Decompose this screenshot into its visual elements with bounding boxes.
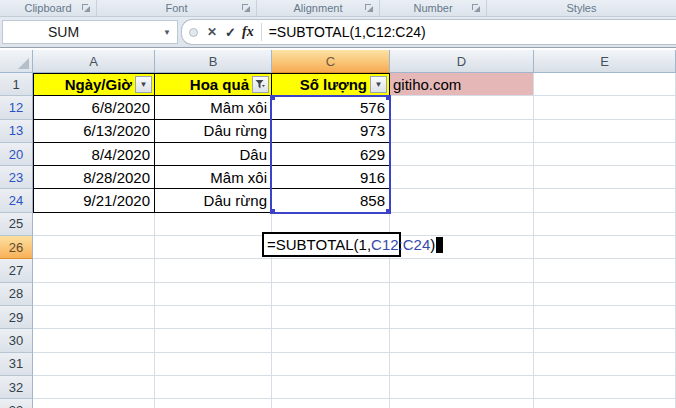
cell-c27[interactable]	[272, 259, 390, 282]
cell-e31[interactable]	[534, 353, 676, 376]
cell-b24[interactable]: Dâu rừng	[155, 189, 272, 212]
cell-a33[interactable]	[33, 399, 155, 408]
select-all-button[interactable]	[0, 50, 33, 73]
cell-b1[interactable]: Hoa quả	[155, 73, 272, 96]
column-header-d[interactable]: D	[390, 50, 534, 73]
cell-e1[interactable]	[534, 73, 676, 96]
cell-d13[interactable]	[390, 120, 534, 143]
cell-e25[interactable]	[534, 213, 676, 236]
row-header-33[interactable]: 33	[0, 399, 33, 408]
cell-e23[interactable]	[534, 166, 676, 189]
cell-b13[interactable]: Dâu rừng	[155, 120, 272, 143]
cell-c31[interactable]	[272, 353, 390, 376]
column-header-b[interactable]: B	[155, 50, 272, 73]
cell-b30[interactable]	[155, 329, 272, 352]
dialog-launcher-icon[interactable]	[365, 4, 374, 13]
cell-d31[interactable]	[390, 353, 534, 376]
cell-e13[interactable]	[534, 120, 676, 143]
row-header-26[interactable]: 26	[0, 236, 33, 259]
cell-e20[interactable]	[534, 143, 676, 166]
cell-e27[interactable]	[534, 259, 676, 282]
cell-a27[interactable]	[33, 259, 155, 282]
cell-d1[interactable]: gitiho.com	[390, 73, 534, 96]
filter-active-button[interactable]	[252, 76, 269, 93]
name-box[interactable]: SUM ▼	[2, 20, 178, 44]
cell-a24[interactable]: 9/21/2020	[33, 189, 155, 212]
row-header-1[interactable]: 1	[0, 73, 33, 96]
cell-e32[interactable]	[534, 376, 676, 399]
cell-e33[interactable]	[534, 399, 676, 408]
cell-c12[interactable]: 576	[272, 96, 390, 119]
cell-d12[interactable]	[390, 96, 534, 119]
row-header-31[interactable]: 31	[0, 353, 33, 376]
cell-c24[interactable]: 858	[272, 189, 390, 212]
cell-e29[interactable]	[534, 306, 676, 329]
row-header-23[interactable]: 23	[0, 166, 33, 189]
cell-b33[interactable]	[155, 399, 272, 408]
row-header-25[interactable]: 25	[0, 213, 33, 236]
dialog-launcher-icon[interactable]	[472, 4, 481, 13]
cell-d20[interactable]	[390, 143, 534, 166]
filter-dropdown-button[interactable]: ▼	[370, 76, 387, 93]
column-header-e[interactable]: E	[534, 50, 676, 73]
cell-a29[interactable]	[33, 306, 155, 329]
filter-dropdown-button[interactable]: ▼	[135, 76, 152, 93]
cell-a30[interactable]	[33, 329, 155, 352]
cell-c13[interactable]: 973	[272, 120, 390, 143]
cell-d28[interactable]	[390, 283, 534, 306]
cell-d29[interactable]	[390, 306, 534, 329]
cell-c30[interactable]	[272, 329, 390, 352]
cell-d24[interactable]	[390, 189, 534, 212]
cell-b26[interactable]	[155, 236, 272, 259]
cell-b27[interactable]	[155, 259, 272, 282]
row-header-20[interactable]: 20	[0, 143, 33, 166]
cell-b31[interactable]	[155, 353, 272, 376]
cell-a23[interactable]: 8/28/2020	[33, 166, 155, 189]
cell-e24[interactable]	[534, 189, 676, 212]
cell-d30[interactable]	[390, 329, 534, 352]
cell-e26[interactable]	[534, 236, 676, 259]
cell-c20[interactable]: 629	[272, 143, 390, 166]
row-header-28[interactable]: 28	[0, 283, 33, 306]
cell-d33[interactable]	[390, 399, 534, 408]
cell-c1[interactable]: Số lượng ▼	[272, 73, 390, 96]
cell-b25[interactable]	[155, 213, 272, 236]
column-header-a[interactable]: A	[33, 50, 155, 73]
row-header-12[interactable]: 12	[0, 96, 33, 119]
cell-a26[interactable]	[33, 236, 155, 259]
row-header-30[interactable]: 30	[0, 329, 33, 352]
cell-e30[interactable]	[534, 329, 676, 352]
cell-c33[interactable]	[272, 399, 390, 408]
cell-c23[interactable]: 916	[272, 166, 390, 189]
insert-function-icon[interactable]: fx	[240, 24, 258, 40]
cell-b20[interactable]: Dâu	[155, 143, 272, 166]
cell-d32[interactable]	[390, 376, 534, 399]
cell-a13[interactable]: 6/13/2020	[33, 120, 155, 143]
row-header-32[interactable]: 32	[0, 376, 33, 399]
cell-d25[interactable]	[390, 213, 534, 236]
cell-a28[interactable]	[33, 283, 155, 306]
cell-e12[interactable]	[534, 96, 676, 119]
cell-b32[interactable]	[155, 376, 272, 399]
cell-b29[interactable]	[155, 306, 272, 329]
enter-button[interactable]: ✓	[221, 25, 240, 40]
row-header-24[interactable]: 24	[0, 189, 33, 212]
cell-b23[interactable]: Mâm xôi	[155, 166, 272, 189]
cell-b28[interactable]	[155, 283, 272, 306]
cell-e28[interactable]	[534, 283, 676, 306]
cell-c28[interactable]	[272, 283, 390, 306]
dialog-launcher-icon[interactable]	[82, 4, 91, 13]
cell-a25[interactable]	[33, 213, 155, 236]
cell-a31[interactable]	[33, 353, 155, 376]
cancel-button[interactable]: ✕	[203, 25, 221, 39]
cell-c32[interactable]	[272, 376, 390, 399]
cell-d27[interactable]	[390, 259, 534, 282]
cell-a1[interactable]: Ngày/Giờ ▼	[33, 73, 155, 96]
name-box-dropdown-icon[interactable]: ▼	[163, 28, 177, 37]
cell-a32[interactable]	[33, 376, 155, 399]
cell-d23[interactable]	[390, 166, 534, 189]
cell-a20[interactable]: 8/4/2020	[33, 143, 155, 166]
formula-input[interactable]: =SUBTOTAL(1,C12:C24)	[269, 24, 426, 40]
row-header-29[interactable]: 29	[0, 306, 33, 329]
row-header-13[interactable]: 13	[0, 120, 33, 143]
